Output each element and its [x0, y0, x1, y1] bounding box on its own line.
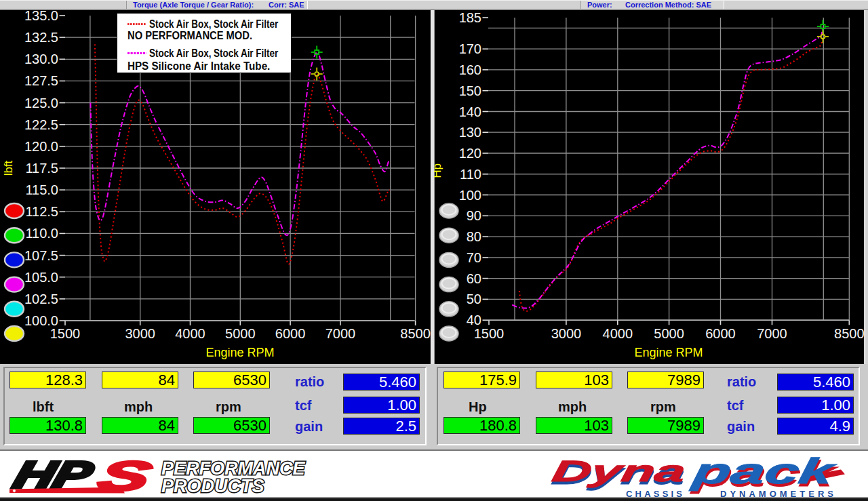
svg-text:150: 150 [459, 83, 481, 98]
svg-text:90: 90 [467, 208, 481, 223]
svg-text:160: 160 [459, 62, 481, 77]
svg-text:6000: 6000 [705, 326, 736, 341]
svg-text:Hp: Hp [434, 163, 443, 178]
svg-text:170: 170 [459, 41, 481, 56]
svg-text:105.0: 105.0 [24, 270, 58, 285]
svg-text:110.0: 110.0 [25, 226, 58, 241]
svg-text:120: 120 [459, 146, 481, 161]
svg-text:117.5: 117.5 [25, 161, 58, 176]
svg-text:pack: pack [689, 451, 840, 491]
svg-text:50: 50 [467, 292, 481, 306]
svg-text:185: 185 [459, 10, 481, 25]
svg-text:Engine RPM: Engine RPM [634, 346, 703, 359]
svg-text:125.0: 125.0 [24, 96, 58, 111]
svg-text:130: 130 [459, 125, 481, 140]
svg-text:122.5: 122.5 [24, 117, 58, 132]
svg-text:3000: 3000 [125, 326, 155, 341]
svg-text:PRODUCTS: PRODUCTS [161, 476, 264, 496]
svg-text:70: 70 [467, 250, 481, 265]
svg-text:80: 80 [467, 229, 481, 244]
svg-text:lbft: lbft [2, 160, 15, 176]
svg-text:7000: 7000 [757, 326, 787, 341]
svg-text:1500: 1500 [50, 326, 81, 341]
svg-text:7000: 7000 [326, 326, 356, 341]
svg-text:40: 40 [467, 313, 481, 327]
svg-text:8500: 8500 [834, 326, 865, 341]
svg-text:102.5: 102.5 [24, 292, 58, 306]
svg-text:60: 60 [467, 271, 481, 286]
svg-text:135.0: 135.0 [24, 10, 58, 23]
svg-text:6000: 6000 [275, 326, 306, 341]
svg-text:112.5: 112.5 [25, 204, 58, 219]
svg-text:107.5: 107.5 [24, 248, 58, 263]
svg-text:5000: 5000 [225, 326, 256, 341]
svg-text:1500: 1500 [474, 326, 505, 341]
svg-text:140: 140 [459, 104, 481, 119]
svg-text:Dyna: Dyna [549, 454, 688, 487]
svg-text:4000: 4000 [175, 326, 205, 341]
svg-text:127.5: 127.5 [24, 73, 58, 88]
svg-text:130.0: 130.0 [24, 52, 58, 66]
svg-text:110: 110 [460, 167, 481, 182]
svg-text:Engine RPM: Engine RPM [205, 346, 274, 359]
svg-text:3000: 3000 [551, 326, 582, 341]
svg-text:132.5: 132.5 [24, 30, 58, 45]
svg-text:8500: 8500 [400, 326, 431, 341]
svg-text:4000: 4000 [603, 326, 633, 341]
svg-text:120.0: 120.0 [24, 139, 58, 154]
svg-text:100: 100 [459, 188, 481, 203]
svg-text:115.0: 115.0 [25, 182, 58, 197]
svg-text:5000: 5000 [654, 326, 684, 341]
